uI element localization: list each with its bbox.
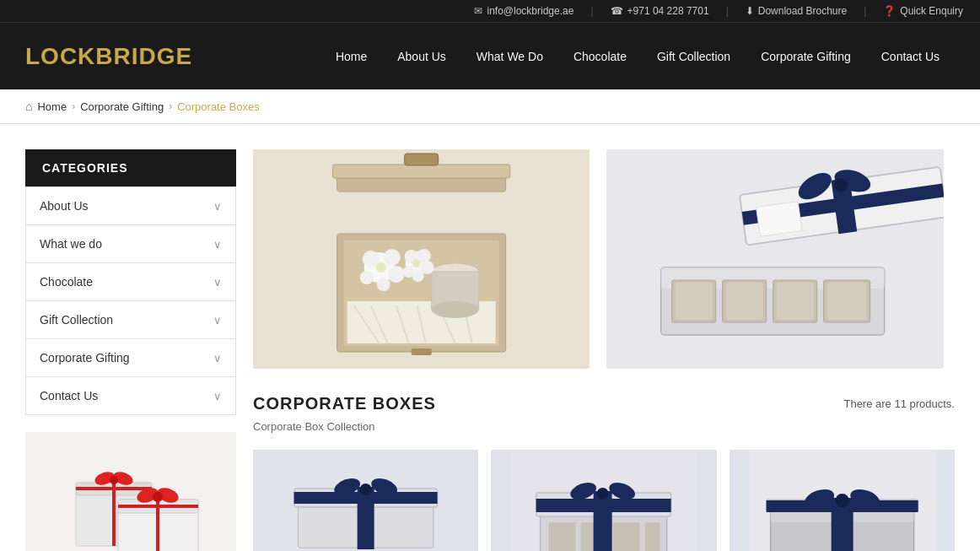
page-title: CORPORATE BOXES (253, 394, 436, 413)
nav-what-we-do[interactable]: What We Do (461, 41, 558, 72)
breadcrumb-home[interactable]: Home (37, 100, 67, 113)
content-area: CORPORATE BOXES There are 11 products. C… (253, 149, 955, 551)
sidebar-item-gift-collection[interactable]: Gift Collection ∨ (26, 301, 235, 339)
enquiry-text: Quick Enquiry (900, 5, 963, 17)
product-card-image-2 (492, 451, 715, 551)
svg-point-34 (388, 266, 405, 283)
sidebar-item-corporate-gifting[interactable]: Corporate Gifting ∨ (26, 339, 235, 377)
download-text: Download Brochure (758, 5, 847, 17)
download-item[interactable]: ⬇ Download Brochure (746, 5, 847, 17)
svg-rect-17 (333, 165, 510, 178)
svg-point-73 (360, 483, 372, 495)
svg-rect-60 (676, 283, 713, 320)
email-text: info@lockbridge.ae (487, 5, 573, 17)
phone-item: ☎ +971 04 228 7701 (611, 5, 709, 17)
svg-rect-76 (549, 522, 576, 551)
chevron-about-icon: ∨ (213, 200, 222, 213)
breadcrumb-sep-2: › (169, 100, 172, 112)
svg-point-14 (153, 492, 163, 502)
svg-point-37 (376, 262, 386, 273)
svg-point-94 (835, 494, 848, 507)
chevron-what-we-do-icon: ∨ (213, 238, 222, 251)
section-description: Corporate Box Collection (253, 420, 955, 433)
email-item: ✉ info@lockbridge.ae (474, 5, 573, 17)
breadcrumb: ⌂ Home › Corporate Gifting › Corporate B… (0, 89, 980, 124)
separator-3: | (864, 5, 866, 17)
chevron-contact-icon: ∨ (213, 390, 222, 402)
sidebar-label-chocolate: Chocolate (40, 275, 93, 289)
chevron-chocolate-icon: ∨ (213, 276, 222, 289)
chevron-corporate-gifting-icon: ∨ (213, 352, 222, 365)
download-icon: ⬇ (746, 5, 754, 17)
section-header: CORPORATE BOXES There are 11 products. (253, 394, 955, 413)
svg-point-7 (110, 476, 118, 484)
svg-rect-79 (645, 522, 660, 551)
breadcrumb-current: Corporate Boxes (177, 100, 260, 113)
separator-1: | (590, 5, 593, 17)
svg-point-33 (384, 249, 401, 266)
sidebar-item-what-we-do[interactable]: What we do ∨ (26, 225, 235, 263)
breadcrumb-sep-1: › (72, 100, 75, 112)
sidebar-label-about: About Us (40, 199, 89, 213)
svg-point-44 (412, 259, 421, 267)
enquiry-icon: ❓ (883, 5, 896, 17)
separator-2: | (726, 5, 729, 17)
nav-chocolate[interactable]: Chocolate (558, 41, 642, 72)
product-card-image-1 (254, 451, 477, 551)
product-hero (253, 149, 955, 369)
sidebar-item-about[interactable]: About Us ∨ (26, 187, 235, 225)
home-icon: ⌂ (25, 100, 32, 113)
product-grid (253, 450, 955, 551)
svg-point-43 (403, 266, 415, 278)
email-icon: ✉ (474, 5, 482, 17)
sidebar-bottom-image (25, 432, 236, 551)
svg-rect-63 (827, 283, 867, 320)
svg-rect-61 (726, 283, 763, 320)
svg-rect-45 (412, 348, 432, 355)
svg-rect-64 (757, 202, 802, 237)
phone-icon: ☎ (611, 5, 623, 17)
breadcrumb-parent[interactable]: Corporate Gifting (80, 100, 164, 113)
nav-corporate-gifting[interactable]: Corporate Gifting (746, 41, 866, 72)
chevron-gift-collection-icon: ∨ (213, 314, 222, 327)
sidebar: CATEGORIES About Us ∨ What we do ∨ Choco… (25, 149, 236, 551)
header: LOCKBRIDGE Home About Us What We Do Choc… (0, 22, 980, 89)
svg-rect-62 (777, 283, 814, 320)
sidebar-item-contact[interactable]: Contact Us ∨ (26, 377, 235, 414)
hero-image-right (606, 149, 943, 369)
sidebar-label-contact: Contact Us (40, 389, 98, 402)
sidebar-label-what-we-do: What we do (40, 237, 102, 251)
main-nav: Home About Us What We Do Chocolate Gift … (320, 41, 955, 72)
categories-box: About Us ∨ What we do ∨ Chocolate ∨ Gift… (25, 186, 236, 415)
svg-rect-78 (613, 522, 640, 551)
sidebar-item-chocolate[interactable]: Chocolate ∨ (26, 263, 235, 301)
product-card-1[interactable] (253, 450, 478, 551)
product-card-2[interactable] (491, 450, 716, 551)
svg-point-36 (360, 271, 374, 284)
logo[interactable]: LOCKBRIDGE (25, 43, 192, 70)
product-count: There are 11 products. (843, 397, 955, 410)
nav-home[interactable]: Home (320, 41, 382, 72)
enquiry-item[interactable]: ❓ Quick Enquiry (883, 5, 963, 17)
product-card-3[interactable] (730, 450, 955, 551)
main-content: CATEGORIES About Us ∨ What we do ∨ Choco… (0, 124, 980, 551)
nav-contact[interactable]: Contact Us (866, 41, 955, 72)
svg-point-85 (597, 488, 609, 500)
categories-header: CATEGORIES (25, 149, 236, 186)
phone-text: +971 04 228 7701 (627, 5, 709, 17)
product-card-image-3 (730, 451, 954, 551)
svg-point-30 (432, 301, 479, 318)
top-bar: ✉ info@lockbridge.ae | ☎ +971 04 228 770… (0, 0, 980, 22)
hero-image-left (253, 149, 590, 369)
sidebar-label-corporate-gifting: Corporate Gifting (40, 351, 130, 365)
sidebar-label-gift-collection: Gift Collection (40, 313, 113, 327)
svg-rect-18 (405, 154, 439, 165)
nav-about[interactable]: About Us (382, 41, 461, 72)
svg-point-35 (377, 278, 390, 291)
nav-gift-collection[interactable]: Gift Collection (642, 41, 746, 72)
